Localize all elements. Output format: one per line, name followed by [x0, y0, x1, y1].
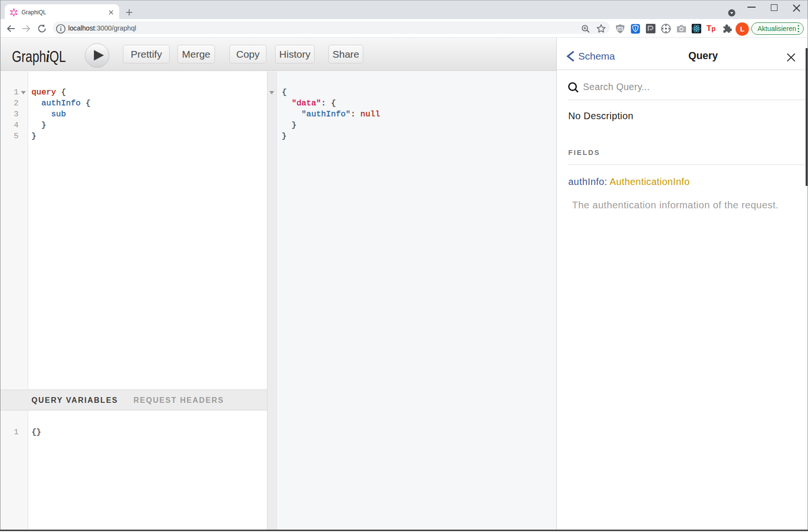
svg-text:UO: UO [618, 27, 623, 31]
